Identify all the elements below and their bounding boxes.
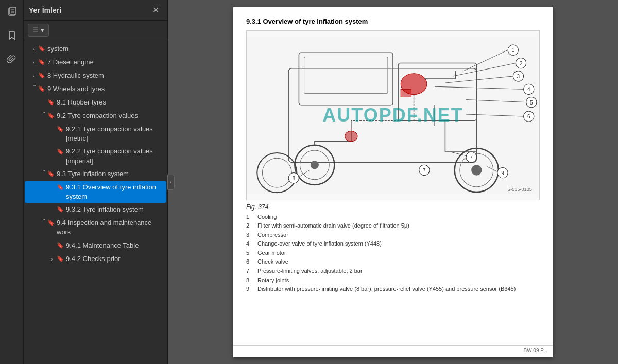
list-item[interactable]: 🔖 9.3.2 Tyre inflation system (25, 203, 166, 216)
expand-icon[interactable]: › (38, 112, 47, 121)
sidebar-options-button[interactable]: ☰ ▾ (28, 24, 49, 37)
section-title: 9.3.1 Overview of tyre inflation system (246, 18, 540, 25)
list-item[interactable]: 🔖 9.2.1 Tyre compaction values [metric] (25, 123, 166, 145)
legend-row: 9 Distributor with pressure-limiting val… (246, 285, 540, 294)
item-label: 9 Wheels and tyres (47, 84, 163, 94)
svg-rect-19 (401, 89, 411, 97)
list-item[interactable]: › 🔖 8 Hydraulic system (25, 70, 166, 82)
item-label: system (47, 44, 163, 54)
legend-row: 5 Gear motor (246, 249, 540, 258)
item-label: 9.3.2 Tyre inflation system (66, 205, 163, 214)
item-label: 9.2.2 Tyre compaction values [imperial] (66, 147, 163, 165)
sidebar-collapse-button[interactable]: ‹ (167, 175, 175, 190)
list-icon: ☰ (32, 26, 39, 34)
legend-row: 3 Compressor (246, 231, 540, 240)
bookmark-icon: 🔖 (47, 112, 55, 120)
list-item[interactable]: 🔖 9.2.2 Tyre compaction values [imperial… (25, 145, 166, 167)
list-item[interactable]: › 🔖 7 Diesel engine (25, 56, 166, 69)
bookmark-icon: 🔖 (57, 183, 64, 192)
item-label: 9.3.1 Overview of tyre inflation system (66, 183, 163, 201)
bookmarks-icon[interactable] (4, 28, 20, 43)
list-item[interactable]: 🔖 9.1 Rubber tyres (25, 96, 166, 109)
svg-point-20 (345, 131, 357, 141)
legend-num: 6 (246, 257, 258, 267)
legend-text: Distributor with pressure-limiting valve… (258, 285, 540, 294)
legend-num: 9 (246, 285, 258, 294)
svg-text:3: 3 (517, 73, 520, 79)
bookmark-icon: 🔖 (47, 170, 55, 178)
bookmark-icon: 🔖 (38, 58, 45, 66)
legend-num: 8 (246, 276, 258, 285)
page-footer: BW 09 P... (233, 345, 553, 355)
svg-text:2: 2 (520, 60, 523, 66)
list-item[interactable]: › 🔖 system (25, 43, 166, 56)
expand-icon[interactable]: › (29, 45, 38, 54)
legend-row: 2 Filter with semi-automatic drain valve… (246, 221, 540, 231)
item-label: 9.2 Tyre compaction values (57, 111, 163, 120)
item-label: 9.1 Rubber tyres (57, 98, 163, 107)
svg-text:7: 7 (470, 154, 473, 160)
bookmark-icon: 🔖 (38, 45, 45, 53)
legend-num: 3 (246, 231, 258, 240)
list-item[interactable]: › 🔖 9.4.2 Checks prior (25, 253, 166, 266)
legend-num: 2 (246, 221, 258, 231)
svg-text:S-535-0105: S-535-0105 (507, 187, 532, 192)
svg-text:6: 6 (527, 114, 530, 119)
legend-row: 6 Check valve (246, 257, 540, 267)
dropdown-arrow-icon: ▾ (41, 26, 44, 34)
legend-text: Cooling (258, 213, 540, 222)
svg-text:9: 9 (501, 170, 504, 176)
svg-text:4: 4 (527, 86, 530, 92)
sidebar-panel: Yer İmleri ✕ ☰ ▾ › 🔖 system › 🔖 7 Diesel… (24, 0, 168, 364)
item-label: 9.4.1 Maintenance Table (66, 241, 163, 250)
left-toolbar (0, 0, 24, 364)
bookmark-tree: › 🔖 system › 🔖 7 Diesel engine › 🔖 8 Hyd… (24, 40, 167, 364)
svg-text:7: 7 (423, 167, 426, 173)
document-page: 9.3.1 Overview of tyre inflation system (233, 7, 553, 357)
diagram-area: 1 2 3 4 5 6 7 8 9 7 (246, 30, 540, 200)
paperclip-icon[interactable] (4, 51, 20, 67)
svg-text:8: 8 (292, 175, 295, 181)
list-item[interactable]: 🔖 9.4.1 Maintenance Table (25, 239, 166, 252)
svg-point-12 (311, 161, 319, 169)
list-item[interactable]: › 🔖 9.4 Inspection and maintenance work (25, 217, 166, 238)
svg-text:5: 5 (530, 99, 533, 105)
main-content: 9.3.1 Overview of tyre inflation system (168, 0, 618, 364)
bookmark-icon: 🔖 (47, 98, 55, 107)
list-item[interactable]: › 🔖 9 Wheels and tyres (25, 83, 166, 96)
item-label: 9.3 Tyre inflation system (57, 169, 163, 179)
list-item[interactable]: 🔖 9.3.1 Overview of tyre inflation syste… (25, 181, 166, 203)
legend-row: 8 Rotary joints (246, 276, 540, 285)
expand-icon[interactable]: › (38, 219, 47, 228)
sidebar-close-button[interactable]: ✕ (149, 4, 162, 16)
legend-num: 4 (246, 239, 258, 249)
item-label: 9.4.2 Checks prior (66, 254, 163, 264)
expand-icon[interactable]: › (29, 58, 38, 67)
legend-table: 1 Cooling 2 Filter with semi-automatic d… (246, 213, 540, 294)
bookmark-icon: 🔖 (57, 125, 64, 133)
legend-text: Filter with semi-automatic drain valve (… (258, 221, 540, 231)
pages-icon[interactable] (4, 4, 20, 20)
footer-text: BW 09 P... (523, 348, 547, 353)
expand-icon[interactable]: › (29, 85, 38, 94)
sidebar-toolbar: ☰ ▾ (24, 21, 167, 40)
bookmark-icon: 🔖 (57, 147, 64, 155)
bookmark-icon: 🔖 (38, 85, 45, 93)
sidebar-header: Yer İmleri ✕ (24, 0, 167, 21)
legend-text: Compressor (258, 231, 540, 240)
legend-row: 7 Pressure-limiting valves, adjustable, … (246, 267, 540, 276)
item-label: 9.4 Inspection and maintenance work (57, 218, 163, 237)
expand-icon[interactable]: › (29, 72, 38, 81)
legend-text: Rotary joints (258, 276, 540, 285)
list-item[interactable]: › 🔖 9.3 Tyre inflation system (25, 168, 166, 181)
legend-text: Gear motor (258, 249, 540, 258)
figure-label: Fig. 374 (246, 203, 540, 211)
legend-row: 4 Change-over valve of tyre inflation sy… (246, 239, 540, 249)
legend-num: 1 (246, 213, 258, 222)
list-item[interactable]: › 🔖 9.2 Tyre compaction values (25, 110, 166, 123)
bookmark-icon: 🔖 (57, 205, 64, 214)
expand-icon[interactable]: › (47, 255, 57, 264)
expand-icon[interactable]: › (38, 170, 47, 179)
legend-text: Pressure-limiting valves, adjustable, 2 … (258, 267, 540, 276)
sidebar-title: Yer İmleri (29, 6, 61, 14)
